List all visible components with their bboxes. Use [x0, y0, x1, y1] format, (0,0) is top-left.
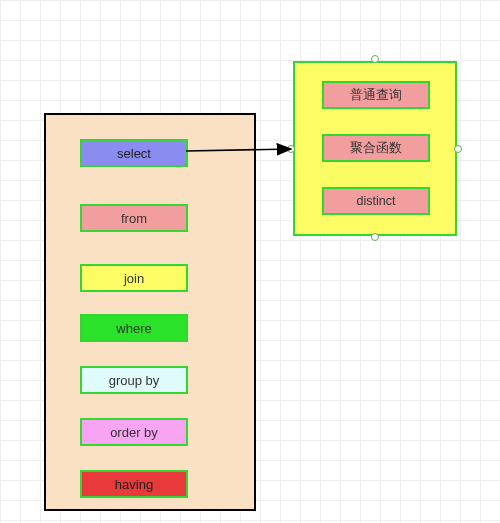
node-label: 聚合函数 [350, 140, 402, 157]
node-where[interactable]: where [80, 314, 188, 342]
node-label: group by [109, 373, 160, 388]
node-having[interactable]: having [80, 470, 188, 498]
node-label: order by [110, 425, 158, 440]
node-aggregate[interactable]: 聚合函数 [322, 134, 430, 162]
node-label: from [121, 211, 147, 226]
node-label: select [117, 146, 151, 161]
node-join[interactable]: join [80, 264, 188, 292]
node-order-by[interactable]: order by [80, 418, 188, 446]
node-label: distinct [357, 194, 396, 208]
resize-handle-s[interactable] [371, 233, 379, 241]
node-from[interactable]: from [80, 204, 188, 232]
resize-handle-e[interactable] [454, 145, 462, 153]
node-label: 普通查询 [350, 87, 402, 104]
node-label: where [116, 321, 151, 336]
node-distinct[interactable]: distinct [322, 187, 430, 215]
node-group-by[interactable]: group by [80, 366, 188, 394]
node-label: having [115, 477, 153, 492]
resize-handle-n[interactable] [371, 55, 379, 63]
node-select[interactable]: select [80, 139, 188, 167]
node-label: join [124, 271, 144, 286]
sql-clauses-panel[interactable]: select from join where group by order by… [44, 113, 256, 511]
node-plain-query[interactable]: 普通查询 [322, 81, 430, 109]
resize-handle-w[interactable] [287, 145, 295, 153]
select-expansion-panel[interactable]: 普通查询 聚合函数 distinct [293, 61, 457, 236]
